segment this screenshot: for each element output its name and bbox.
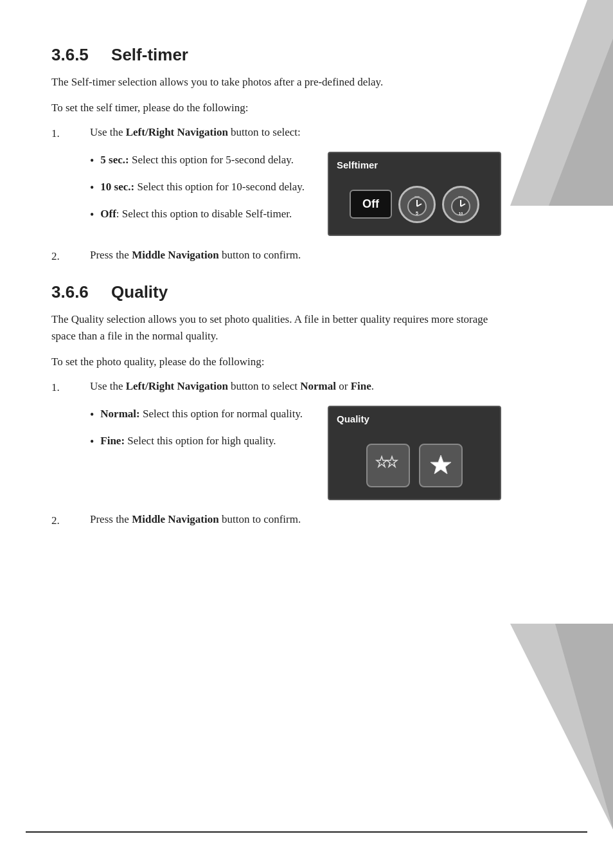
quality-step1-text: Use the Left/Right Navigation button to … — [90, 380, 501, 393]
svg-text:5: 5 — [416, 211, 418, 215]
selftimer-panel-title: Selftimer — [337, 159, 492, 170]
quality-step1: 1. Use the Left/Right Navigation button … — [51, 380, 501, 500]
section-title-quality: Quality — [111, 282, 168, 302]
selftimer-10sec-icon: 10 — [442, 186, 479, 223]
selftimer-icons-row: Off 5 — [337, 179, 492, 226]
quality-panel-title: Quality — [337, 413, 492, 424]
quality-step1-twocol: Normal: Select this option for normal qu… — [90, 406, 501, 500]
quality-step2: 2. Press the Middle Navigation button to… — [51, 513, 501, 527]
selftimer-intro2: To set the self timer, please do the fol… — [51, 100, 501, 116]
selftimer-step2-text: Press the Middle Navigation button to co… — [90, 249, 501, 262]
quality-intro2: To set the photo quality, please do the … — [51, 354, 501, 370]
section-heading-quality: 3.6.6 Quality — [51, 282, 501, 302]
selftimer-bullet-5sec: 5 sec.: Select this option for 5-second … — [90, 152, 312, 170]
quality-intro1: The Quality selection allows you to set … — [51, 311, 501, 345]
selftimer-step1-content: Use the Left/Right Navigation button to … — [90, 126, 501, 236]
selftimer-camera-panel: Selftimer Off — [328, 152, 501, 236]
svg-marker-1 — [549, 0, 613, 206]
quality-step2-text: Press the Middle Navigation button to co… — [90, 513, 501, 526]
selftimer-bullets: 5 sec.: Select this option for 5-second … — [90, 152, 312, 233]
quality-step1-num: 1. — [51, 380, 90, 394]
selftimer-5sec-icon: 5 — [398, 186, 436, 223]
section-title-selftimer: Self-timer — [111, 45, 188, 65]
deco-bottom-right — [472, 624, 613, 829]
quality-panel: Quality — [328, 406, 501, 500]
selftimer-panel: Selftimer Off — [328, 152, 501, 236]
selftimer-step2-content: Press the Middle Navigation button to co… — [90, 249, 501, 262]
selftimer-bullet-10sec: 10 sec.: Select this option for 10-secon… — [90, 179, 312, 197]
svg-marker-2 — [510, 624, 613, 829]
quality-step2-num: 2. — [51, 513, 90, 527]
svg-text:10: 10 — [459, 212, 463, 215]
selftimer-off-button: Off — [350, 190, 392, 219]
selftimer-step1-num: 1. — [51, 126, 90, 140]
svg-marker-14 — [377, 457, 387, 467]
quality-bullet-normal: Normal: Select this option for normal qu… — [90, 406, 312, 424]
selftimer-step2-num: 2. — [51, 249, 90, 263]
selftimer-step1-text: Use the Left/Right Navigation button to … — [90, 126, 501, 139]
bottom-rule — [26, 831, 587, 833]
quality-step2-content: Press the Middle Navigation button to co… — [90, 513, 501, 526]
quality-camera-panel: Quality — [328, 406, 501, 500]
section-selftimer: 3.6.5 Self-timer The Self-timer selectio… — [51, 45, 501, 263]
section-number-selftimer: 3.6.5 — [51, 45, 89, 65]
quality-icons-row — [337, 433, 492, 490]
quality-fine-icon — [419, 444, 463, 487]
selftimer-bullet-off: Off: Select this option to disable Self-… — [90, 206, 312, 224]
section-quality: 3.6.6 Quality The Quality selection allo… — [51, 282, 501, 527]
selftimer-step1: 1. Use the Left/Right Navigation button … — [51, 126, 501, 236]
selftimer-step1-twocol: 5 sec.: Select this option for 5-second … — [90, 152, 501, 236]
quality-bullet-fine: Fine: Select this option for high qualit… — [90, 433, 312, 451]
section-number-quality: 3.6.6 — [51, 282, 89, 302]
quality-normal-icon — [366, 444, 410, 487]
selftimer-intro1: The Self-timer selection allows you to t… — [51, 74, 501, 91]
svg-marker-3 — [555, 624, 613, 829]
selftimer-step2: 2. Press the Middle Navigation button to… — [51, 249, 501, 263]
svg-marker-15 — [387, 457, 397, 467]
quality-step1-content: Use the Left/Right Navigation button to … — [90, 380, 501, 500]
svg-rect-7 — [414, 196, 420, 198]
section-heading-selftimer: 3.6.5 Self-timer — [51, 45, 501, 65]
quality-bullets: Normal: Select this option for normal qu… — [90, 406, 312, 460]
svg-rect-12 — [458, 196, 463, 198]
svg-marker-16 — [431, 455, 451, 474]
